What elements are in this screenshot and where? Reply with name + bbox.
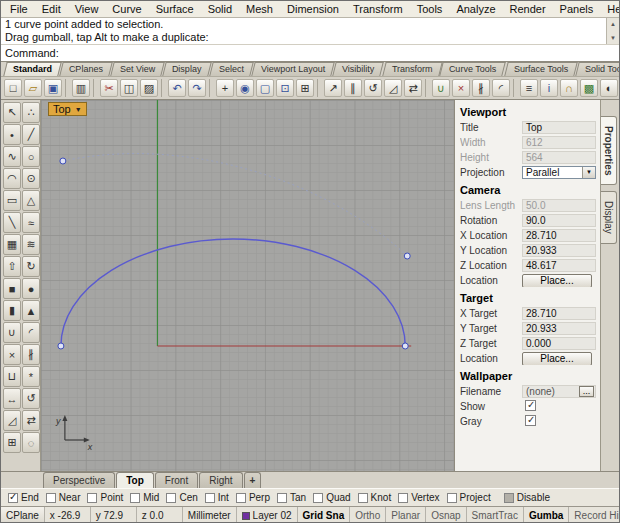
save-icon[interactable]: ▣ — [44, 79, 62, 97]
tool-rotate-icon[interactable]: ↺ — [22, 388, 40, 409]
filename-value[interactable]: (none) ... — [522, 385, 596, 398]
tool-scale-icon[interactable]: ◿ — [3, 410, 21, 431]
osnap-project[interactable]: Project — [447, 492, 491, 503]
osnap-icon[interactable]: ∩ — [560, 79, 578, 97]
tab-curve-tools[interactable]: Curve Tools — [440, 62, 507, 76]
print-icon[interactable]: ▥ — [72, 79, 90, 97]
status-osnap[interactable]: Osnap — [426, 507, 466, 523]
status-ortho[interactable]: Ortho — [350, 507, 386, 523]
tool-trim-icon[interactable]: × — [3, 344, 21, 365]
tool-join-icon[interactable]: ⊔ — [3, 366, 21, 387]
tool-points-icon[interactable]: ∴ — [22, 102, 40, 123]
status-smarttrack[interactable]: SmartTrac — [467, 507, 524, 523]
tool-select-icon[interactable]: ↖ — [3, 102, 21, 123]
x-location-value[interactable]: 28.710 — [522, 229, 596, 242]
y-target-value[interactable]: 20.933 — [522, 322, 596, 335]
scale-icon[interactable]: ◿ — [384, 79, 402, 97]
control-point[interactable] — [402, 343, 408, 349]
tool-circle-icon[interactable]: ○ — [22, 146, 40, 167]
tool-surface-icon[interactable]: ▦ — [3, 234, 21, 255]
tool-rectangle-icon[interactable]: ▭ — [3, 190, 21, 211]
checkbox[interactable] — [130, 493, 140, 503]
status-gumball[interactable]: Gumba — [524, 507, 569, 523]
tool-loft-icon[interactable]: ≋ — [22, 234, 40, 255]
menu-analyze[interactable]: Analyze — [449, 2, 502, 16]
osnap-disable[interactable]: Disable — [504, 492, 550, 503]
paste-icon[interactable]: ▨ — [140, 79, 158, 97]
tool-move-icon[interactable]: ↔ — [3, 388, 21, 409]
gray-checkbox[interactable] — [525, 415, 536, 426]
osnap-perp[interactable]: Perp — [236, 492, 270, 503]
checkbox[interactable] — [358, 493, 368, 503]
menu-curve[interactable]: Curve — [105, 2, 148, 16]
tool-array-icon[interactable]: ⊞ — [3, 432, 21, 453]
viewport-layout-icon[interactable]: ⊞ — [296, 79, 314, 97]
tab-set-view[interactable]: Set View — [110, 62, 165, 76]
osnap-int[interactable]: Int — [205, 492, 229, 503]
rotate-icon[interactable]: ↺ — [364, 79, 382, 97]
tool-cone-icon[interactable]: ▲ — [22, 300, 40, 321]
cut-icon[interactable]: ✂ — [100, 79, 118, 97]
tool-ellipse-icon[interactable]: ⊙ — [22, 168, 40, 189]
viewport-tab-front[interactable]: Front — [155, 472, 198, 488]
zoom-extents-icon[interactable]: ⊡ — [276, 79, 294, 97]
viewport-tab-right[interactable]: Right — [199, 472, 242, 488]
camera-place-button[interactable]: Place... — [522, 274, 592, 287]
tool-split-icon[interactable]: ∦ — [22, 344, 40, 365]
tool-hide-icon[interactable]: ◌ — [22, 432, 40, 453]
fillet-icon[interactable]: ◜ — [492, 79, 510, 97]
tab-cplanes[interactable]: CPlanes — [59, 62, 113, 76]
tool-mirror-icon[interactable]: ⇄ — [22, 410, 40, 431]
status-planar[interactable]: Planar — [386, 507, 426, 523]
control-point[interactable] — [60, 158, 66, 164]
open-file-icon[interactable]: ▱ — [24, 79, 42, 97]
tool-polygon-icon[interactable]: △ — [22, 190, 40, 211]
menu-transform[interactable]: Transform — [346, 2, 410, 16]
tab-viewport-layout[interactable]: Viewport Layout — [251, 62, 335, 76]
checkbox[interactable] — [8, 493, 18, 503]
projection-dropdown[interactable]: Parallel ▼ — [522, 166, 596, 179]
title-value[interactable]: Top — [522, 121, 596, 134]
menu-help[interactable]: Help — [600, 2, 620, 16]
undo-icon[interactable]: ↶ — [168, 79, 186, 97]
viewport-canvas[interactable]: y x — [41, 100, 454, 471]
menu-panels[interactable]: Panels — [553, 2, 601, 16]
tab-solid-tools[interactable]: Solid Too — [575, 62, 619, 76]
status-record-history[interactable]: Record Histor — [569, 507, 619, 523]
tool-arc-icon[interactable]: ◠ — [3, 168, 21, 189]
tool-explode-icon[interactable]: * — [22, 366, 40, 387]
menu-tools[interactable]: Tools — [410, 2, 450, 16]
tool-revolve-icon[interactable]: ↻ — [22, 256, 40, 277]
z-location-value[interactable]: 48.617 — [522, 259, 596, 272]
tool-fillet-icon[interactable]: ◜ — [22, 322, 40, 343]
status-cplane[interactable]: CPlane — [1, 507, 45, 523]
move-icon[interactable]: ↗ — [324, 79, 342, 97]
tab-select[interactable]: Select — [209, 62, 254, 76]
layers-icon[interactable]: ≡ — [520, 79, 538, 97]
new-file-icon[interactable]: □ — [4, 79, 22, 97]
menu-edit[interactable]: Edit — [35, 2, 68, 16]
target-place-button[interactable]: Place... — [522, 352, 592, 365]
tool-line-icon[interactable]: ╲ — [3, 212, 21, 233]
menu-dimension[interactable]: Dimension — [280, 2, 346, 16]
tab-display[interactable]: Display — [163, 62, 212, 76]
top-viewport[interactable]: y x Top ▼ — [41, 100, 454, 471]
control-point[interactable] — [404, 253, 410, 259]
zoom-dynamic-icon[interactable]: ◉ — [236, 79, 254, 97]
x-target-value[interactable]: 28.710 — [522, 307, 596, 320]
tool-cylinder-icon[interactable]: ▮ — [3, 300, 21, 321]
render-icon[interactable]: ▩ — [580, 79, 598, 97]
status-layer[interactable]: Layer 02 — [237, 507, 298, 523]
scroll-up-icon[interactable]: ▲ — [610, 18, 616, 31]
tool-extrude-icon[interactable]: ⇧ — [3, 256, 21, 277]
checkbox[interactable] — [46, 493, 56, 503]
control-point[interactable] — [58, 343, 64, 349]
trim-icon[interactable]: × — [452, 79, 470, 97]
tab-display[interactable]: Display — [601, 191, 617, 244]
rotation-value[interactable]: 90.0 — [522, 214, 596, 227]
osnap-vertex[interactable]: Vertex — [398, 492, 439, 503]
checkbox[interactable] — [87, 493, 97, 503]
tool-polyline-icon[interactable]: ╱ — [22, 124, 40, 145]
menu-view[interactable]: View — [68, 2, 106, 16]
osnap-point[interactable]: Point — [87, 492, 123, 503]
